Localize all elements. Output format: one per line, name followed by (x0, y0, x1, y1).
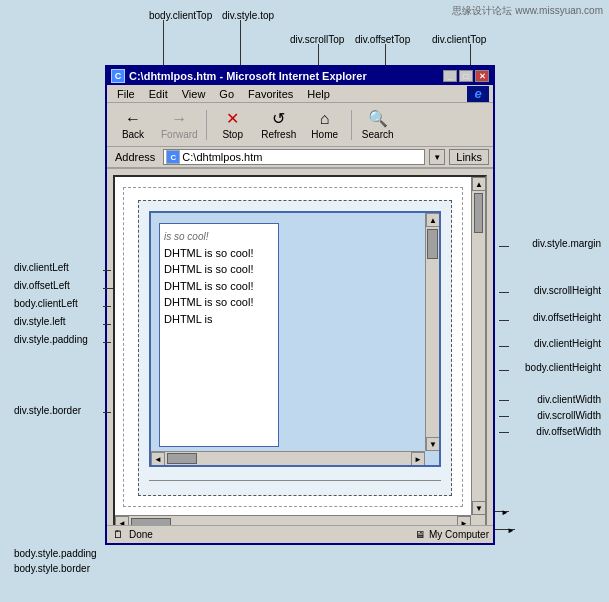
ann-body-style-border: body.style.border (14, 563, 90, 574)
forward-button[interactable]: → Forward (157, 106, 202, 144)
watermark-text: 思缘设计论坛 www.missyuan.com (452, 4, 603, 18)
minimize-button[interactable]: _ (443, 70, 457, 82)
page-scroll-thumb-v[interactable] (474, 193, 483, 233)
ann-div-style-border: div.style.border (14, 405, 81, 416)
address-label: Address (111, 150, 159, 164)
address-text: C:\dhtmlpos.htm (182, 151, 262, 163)
line-div-style-border (103, 412, 111, 413)
line-div-style-left (103, 324, 111, 325)
div-text-content: is so cool! DHTML is so cool! DHTML is s… (164, 228, 274, 327)
title-bar-buttons[interactable]: _ □ ✕ (443, 70, 489, 82)
address-dropdown[interactable]: ▼ (429, 149, 445, 165)
ann-div-style-padding: div.style.padding (14, 334, 88, 345)
line-div-style-padding (103, 342, 111, 343)
browser-title: C:\dhtmlpos.htm - Microsoft Internet Exp… (129, 70, 367, 82)
div-text-box: is so cool! DHTML is so cool! DHTML is s… (159, 223, 279, 447)
address-input[interactable]: C C:\dhtmlpos.htm (163, 149, 425, 165)
forward-label: Forward (161, 129, 198, 140)
line-div-offset-left (103, 288, 113, 289)
line-div-client-height (499, 346, 509, 347)
home-icon: ⌂ (320, 109, 330, 129)
arrow-right-bow: ► (507, 526, 515, 535)
div-scroll-down[interactable]: ▼ (426, 437, 440, 451)
ann-div-client-left: div.clientLeft (14, 262, 69, 273)
address-bar: Address C C:\dhtmlpos.htm ▼ Links (107, 147, 493, 169)
page-viewport: ▲ ▼ ◄ ► is so coo (115, 177, 471, 515)
maximize-button[interactable]: □ (459, 70, 473, 82)
stop-button[interactable]: ✕ Stop (211, 106, 255, 144)
ann-div-offset-height: div.offsetHeight (533, 312, 601, 323)
favicon: C (166, 150, 180, 164)
line-div-client-width (499, 400, 509, 401)
ann-div-offset-top: div.offsetTop (355, 34, 410, 45)
refresh-icon: ↺ (272, 109, 285, 129)
content-area: ▲ ▼ ◄ ► is so coo (113, 175, 487, 531)
stop-icon: ✕ (226, 109, 239, 129)
line-div-scroll-height (499, 292, 509, 293)
div-scroll-left[interactable]: ◄ (151, 452, 165, 466)
line-div-offset-width (499, 432, 509, 433)
ann-div-style-left: div.style.left (14, 316, 66, 327)
browser-icon: C (111, 69, 125, 83)
stop-label: Stop (222, 129, 243, 140)
page-scrollbar-v: ▲ ▼ (471, 177, 485, 515)
div-scroll-h: ◄ ► (151, 451, 425, 465)
page-scroll-down[interactable]: ▼ (472, 501, 486, 515)
menu-edit[interactable]: Edit (143, 87, 174, 101)
ann-div-offset-width: div.offsetWidth (536, 426, 601, 437)
back-icon: ← (125, 109, 141, 129)
toolbar: ← Back → Forward ✕ Stop ↺ Refresh ⌂ Home… (107, 103, 493, 147)
ann-body-client-left: body.clientLeft (14, 298, 78, 309)
menu-go[interactable]: Go (213, 87, 240, 101)
div-scroll-right[interactable]: ► (411, 452, 425, 466)
menu-file[interactable]: File (111, 87, 141, 101)
close-button[interactable]: ✕ (475, 70, 489, 82)
div-scroll-indicator: ▲ ▼ ◄ ► is so coo (149, 211, 441, 467)
toolbar-separator-1 (206, 110, 207, 140)
ann-body-client-top: body.clientTop (149, 10, 212, 21)
status-text: Done (129, 529, 153, 540)
computer-icon: 🖥 (415, 529, 425, 540)
line-body-client-left (103, 306, 111, 307)
ann-div-scroll-width: div.scrollWidth (537, 410, 601, 421)
status-computer-label: My Computer (429, 529, 489, 540)
div-scroll-up[interactable]: ▲ (426, 213, 440, 227)
line-div-style-margin (499, 246, 509, 247)
refresh-label: Refresh (261, 129, 296, 140)
menu-help[interactable]: Help (301, 87, 336, 101)
home-label: Home (311, 129, 338, 140)
ann-div-client-width: div.clientWidth (537, 394, 601, 405)
search-icon: 🔍 (368, 109, 388, 129)
search-label: Search (362, 129, 394, 140)
ann-div-offset-left: div.offsetLeft (14, 280, 70, 291)
links-button[interactable]: Links (449, 149, 489, 165)
ann-div-scroll-height: div.scrollHeight (534, 285, 601, 296)
back-label: Back (122, 129, 144, 140)
div-outer-indicator: ▲ ▼ ◄ ► is so coo (138, 200, 452, 496)
home-button[interactable]: ⌂ Home (303, 106, 347, 144)
title-bar-left: C C:\dhtmlpos.htm - Microsoft Internet E… (111, 69, 367, 83)
forward-icon: → (171, 109, 187, 129)
ann-div-style-top: div.style.top (222, 10, 274, 21)
line-body-client-height (499, 370, 509, 371)
menu-favorites[interactable]: Favorites (242, 87, 299, 101)
refresh-button[interactable]: ↺ Refresh (257, 106, 301, 144)
back-button[interactable]: ← Back (111, 106, 155, 144)
body-border-indicator: ▲ ▼ ◄ ► is so coo (123, 187, 463, 507)
status-page-icon: 🗒 (111, 528, 125, 542)
page-scroll-up[interactable]: ▲ (472, 177, 486, 191)
arrow-right-bcw: ► (501, 508, 509, 517)
line-div-scroll-width (499, 416, 509, 417)
toolbar-separator-2 (351, 110, 352, 140)
line-div-offset-height (499, 320, 509, 321)
title-bar: C C:\dhtmlpos.htm - Microsoft Internet E… (107, 67, 493, 85)
menu-view[interactable]: View (176, 87, 212, 101)
ann-div-client-top2: div.clientTop (432, 34, 486, 45)
ann-div-client-height: div.clientHeight (534, 338, 601, 349)
ann-body-client-height: body.clientHeight (525, 362, 601, 373)
div-scroll-thumb-h (167, 453, 197, 464)
menu-bar: File Edit View Go Favorites Help e (107, 85, 493, 103)
ie-logo: e (467, 86, 489, 102)
ann-div-style-margin: div.style.margin (532, 238, 601, 249)
search-button[interactable]: 🔍 Search (356, 106, 400, 144)
